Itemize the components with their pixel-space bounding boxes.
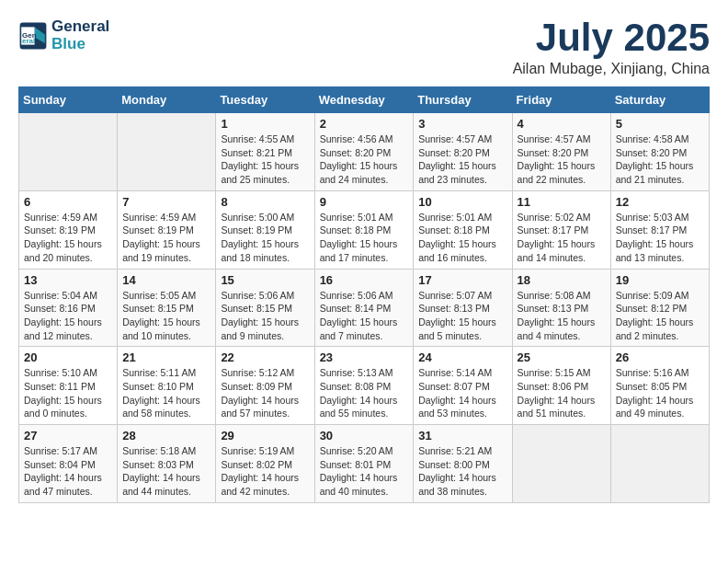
calendar-week-row: 20Sunrise: 5:10 AM Sunset: 8:11 PM Dayli… <box>19 347 710 425</box>
table-row: 26Sunrise: 5:16 AM Sunset: 8:05 PM Dayli… <box>610 347 709 425</box>
day-info: Sunrise: 4:57 AM Sunset: 8:20 PM Dayligh… <box>418 132 506 187</box>
day-number: 18 <box>518 273 606 287</box>
day-info: Sunrise: 5:17 AM Sunset: 8:04 PM Dayligh… <box>24 444 112 499</box>
day-info: Sunrise: 5:00 AM Sunset: 8:19 PM Dayligh… <box>221 211 309 265</box>
page-header: Gen eral General Blue July 2025 Ailan Mu… <box>18 18 710 77</box>
header-friday: Friday <box>512 87 610 113</box>
table-row <box>19 113 118 191</box>
header-sunday: Sunday <box>19 87 118 113</box>
day-number: 30 <box>320 429 409 442</box>
table-row: 21Sunrise: 5:11 AM Sunset: 8:10 PM Dayli… <box>118 347 216 425</box>
table-row: 13Sunrise: 5:04 AM Sunset: 8:16 PM Dayli… <box>19 269 118 347</box>
day-number: 31 <box>418 429 506 442</box>
header-monday: Monday <box>118 87 216 113</box>
day-number: 29 <box>221 429 309 442</box>
day-number: 23 <box>320 350 409 364</box>
table-row: 3Sunrise: 4:57 AM Sunset: 8:20 PM Daylig… <box>414 113 512 191</box>
header-wednesday: Wednesday <box>314 87 414 113</box>
day-number: 6 <box>24 195 112 209</box>
day-number: 16 <box>320 273 409 287</box>
table-row: 15Sunrise: 5:06 AM Sunset: 8:15 PM Dayli… <box>216 269 314 347</box>
day-info: Sunrise: 5:05 AM Sunset: 8:15 PM Dayligh… <box>122 289 210 343</box>
day-number: 27 <box>24 429 112 442</box>
day-number: 28 <box>122 429 210 442</box>
main-title: July 2025 <box>513 18 710 57</box>
calendar-week-row: 27Sunrise: 5:17 AM Sunset: 8:04 PM Dayli… <box>19 425 710 503</box>
table-row: 31Sunrise: 5:21 AM Sunset: 8:00 PM Dayli… <box>414 425 512 503</box>
header-tuesday: Tuesday <box>216 87 314 113</box>
table-row: 23Sunrise: 5:13 AM Sunset: 8:08 PM Dayli… <box>314 347 414 425</box>
day-info: Sunrise: 5:03 AM Sunset: 8:17 PM Dayligh… <box>616 211 704 265</box>
table-row: 29Sunrise: 5:19 AM Sunset: 8:02 PM Dayli… <box>216 425 314 503</box>
logo-text: General Blue <box>51 18 109 52</box>
table-row <box>512 425 610 503</box>
table-row: 8Sunrise: 5:00 AM Sunset: 8:19 PM Daylig… <box>216 190 314 269</box>
day-number: 7 <box>122 195 210 209</box>
table-row: 4Sunrise: 4:57 AM Sunset: 8:20 PM Daylig… <box>512 113 610 191</box>
header-saturday: Saturday <box>610 87 709 113</box>
day-number: 2 <box>320 117 409 131</box>
day-info: Sunrise: 5:13 AM Sunset: 8:08 PM Dayligh… <box>320 366 409 420</box>
table-row: 24Sunrise: 5:14 AM Sunset: 8:07 PM Dayli… <box>414 347 512 425</box>
table-row: 14Sunrise: 5:05 AM Sunset: 8:15 PM Dayli… <box>118 269 216 347</box>
day-info: Sunrise: 5:11 AM Sunset: 8:10 PM Dayligh… <box>122 366 210 420</box>
svg-text:eral: eral <box>22 37 35 45</box>
day-number: 8 <box>221 195 309 209</box>
day-info: Sunrise: 5:20 AM Sunset: 8:01 PM Dayligh… <box>320 444 409 499</box>
day-number: 17 <box>418 273 506 287</box>
table-row: 12Sunrise: 5:03 AM Sunset: 8:17 PM Dayli… <box>610 190 709 269</box>
table-row: 28Sunrise: 5:18 AM Sunset: 8:03 PM Dayli… <box>118 425 216 503</box>
table-row: 22Sunrise: 5:12 AM Sunset: 8:09 PM Dayli… <box>216 347 314 425</box>
day-info: Sunrise: 5:10 AM Sunset: 8:11 PM Dayligh… <box>24 366 112 420</box>
day-info: Sunrise: 5:14 AM Sunset: 8:07 PM Dayligh… <box>418 366 506 420</box>
day-number: 10 <box>418 195 506 209</box>
day-number: 14 <box>122 273 210 287</box>
table-row: 27Sunrise: 5:17 AM Sunset: 8:04 PM Dayli… <box>19 425 118 503</box>
day-number: 19 <box>616 273 704 287</box>
subtitle: Ailan Mubage, Xinjiang, China <box>513 61 710 77</box>
table-row: 16Sunrise: 5:06 AM Sunset: 8:14 PM Dayli… <box>314 269 414 347</box>
title-area: July 2025 Ailan Mubage, Xinjiang, China <box>513 18 710 77</box>
table-row: 10Sunrise: 5:01 AM Sunset: 8:18 PM Dayli… <box>414 190 512 269</box>
day-info: Sunrise: 5:08 AM Sunset: 8:13 PM Dayligh… <box>518 289 606 343</box>
day-info: Sunrise: 5:09 AM Sunset: 8:12 PM Dayligh… <box>616 289 704 343</box>
day-info: Sunrise: 4:59 AM Sunset: 8:19 PM Dayligh… <box>24 211 112 265</box>
table-row: 11Sunrise: 5:02 AM Sunset: 8:17 PM Dayli… <box>512 190 610 269</box>
day-number: 5 <box>616 117 704 131</box>
calendar-week-row: 13Sunrise: 5:04 AM Sunset: 8:16 PM Dayli… <box>19 269 710 347</box>
table-row: 1Sunrise: 4:55 AM Sunset: 8:21 PM Daylig… <box>216 113 314 191</box>
table-row <box>118 113 216 191</box>
day-number: 21 <box>122 350 210 364</box>
table-row: 6Sunrise: 4:59 AM Sunset: 8:19 PM Daylig… <box>19 190 118 269</box>
day-info: Sunrise: 5:16 AM Sunset: 8:05 PM Dayligh… <box>616 366 704 420</box>
table-row: 20Sunrise: 5:10 AM Sunset: 8:11 PM Dayli… <box>19 347 118 425</box>
day-number: 22 <box>221 350 309 364</box>
day-info: Sunrise: 5:12 AM Sunset: 8:09 PM Dayligh… <box>221 366 309 420</box>
day-number: 20 <box>24 350 112 364</box>
table-row: 18Sunrise: 5:08 AM Sunset: 8:13 PM Dayli… <box>512 269 610 347</box>
day-info: Sunrise: 4:59 AM Sunset: 8:19 PM Dayligh… <box>122 211 210 265</box>
table-row: 17Sunrise: 5:07 AM Sunset: 8:13 PM Dayli… <box>414 269 512 347</box>
day-number: 26 <box>616 350 704 364</box>
day-number: 9 <box>320 195 409 209</box>
calendar-table: Sunday Monday Tuesday Wednesday Thursday… <box>18 86 710 503</box>
table-row: 25Sunrise: 5:15 AM Sunset: 8:06 PM Dayli… <box>512 347 610 425</box>
day-info: Sunrise: 5:07 AM Sunset: 8:13 PM Dayligh… <box>418 289 506 343</box>
day-info: Sunrise: 4:57 AM Sunset: 8:20 PM Dayligh… <box>518 132 606 187</box>
day-info: Sunrise: 5:04 AM Sunset: 8:16 PM Dayligh… <box>24 289 112 343</box>
day-number: 12 <box>616 195 704 209</box>
day-info: Sunrise: 5:21 AM Sunset: 8:00 PM Dayligh… <box>418 444 506 499</box>
table-row: 7Sunrise: 4:59 AM Sunset: 8:19 PM Daylig… <box>118 190 216 269</box>
header-thursday: Thursday <box>414 87 512 113</box>
logo-icon: Gen eral <box>18 21 48 51</box>
day-info: Sunrise: 5:06 AM Sunset: 8:14 PM Dayligh… <box>320 289 409 343</box>
day-info: Sunrise: 4:58 AM Sunset: 8:20 PM Dayligh… <box>616 132 704 187</box>
day-info: Sunrise: 5:01 AM Sunset: 8:18 PM Dayligh… <box>418 211 506 265</box>
day-number: 25 <box>518 350 606 364</box>
table-row <box>610 425 709 503</box>
day-info: Sunrise: 5:06 AM Sunset: 8:15 PM Dayligh… <box>221 289 309 343</box>
day-number: 15 <box>221 273 309 287</box>
day-info: Sunrise: 4:56 AM Sunset: 8:20 PM Dayligh… <box>320 132 409 187</box>
table-row: 19Sunrise: 5:09 AM Sunset: 8:12 PM Dayli… <box>610 269 709 347</box>
day-number: 11 <box>518 195 606 209</box>
